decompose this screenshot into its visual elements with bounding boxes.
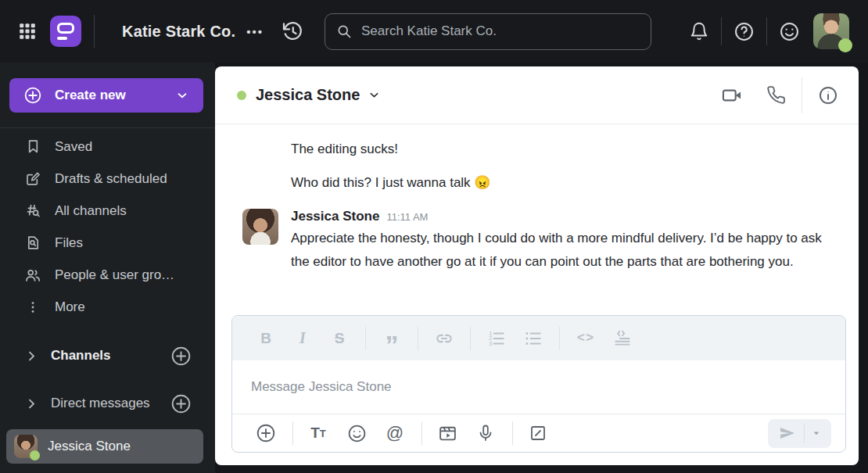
video-message-icon[interactable] xyxy=(435,421,460,446)
message-composer: B I S ” xyxy=(231,315,846,453)
bullet-list-icon[interactable] xyxy=(520,325,547,352)
sidebar-item-label: Drafts & scheduled xyxy=(55,171,167,187)
message-list: The editing sucks! Who did this? I just … xyxy=(215,124,859,315)
svg-text:3: 3 xyxy=(489,339,492,346)
message-input[interactable] xyxy=(251,379,827,395)
info-icon[interactable] xyxy=(818,85,838,106)
toolbar-divider xyxy=(292,421,293,445)
search-input[interactable] xyxy=(361,23,640,39)
chat-header: Jessica Stone xyxy=(215,66,859,124)
dm-avatar xyxy=(14,435,38,458)
app-window: Katie Stark Co. ••• xyxy=(0,0,868,473)
toolbar-divider xyxy=(512,421,513,445)
toolbar-divider xyxy=(559,327,560,350)
sidebar-item-label: More xyxy=(55,299,85,315)
sidebar-divider xyxy=(0,127,215,128)
sidebar-item-more[interactable]: More xyxy=(0,291,215,323)
chat-title[interactable]: Jessica Stone xyxy=(256,86,360,104)
online-status-dot xyxy=(237,91,246,100)
italic-icon[interactable]: I xyxy=(289,325,316,352)
message-text: Appreciate the honesty, though I could d… xyxy=(291,227,835,274)
status-emoji-icon[interactable] xyxy=(779,21,800,42)
add-channel-button[interactable] xyxy=(170,346,192,367)
topbar-divider xyxy=(94,15,95,48)
inline-code-icon[interactable]: <> xyxy=(572,325,599,352)
user-avatar[interactable] xyxy=(813,13,849,49)
create-new-label: Create new xyxy=(55,88,126,103)
chevron-down-icon xyxy=(175,88,189,102)
search-bar[interactable] xyxy=(325,13,651,50)
link-icon[interactable] xyxy=(431,325,457,352)
send-icon[interactable] xyxy=(771,419,804,448)
workspace-more-button[interactable]: ••• xyxy=(246,25,264,38)
chevron-right-icon[interactable] xyxy=(25,397,38,410)
direct-messages-section[interactable]: Direct messages xyxy=(0,386,215,421)
sidebar: Create new Saved xyxy=(0,63,215,473)
search-icon xyxy=(336,23,352,39)
sidebar-item-saved[interactable]: Saved xyxy=(0,131,215,163)
emoji-icon[interactable] xyxy=(344,421,369,446)
history-icon[interactable] xyxy=(281,20,304,43)
online-status-dot xyxy=(838,38,852,52)
shortcut-slash-icon[interactable] xyxy=(525,421,551,446)
code-block-icon[interactable] xyxy=(609,325,636,352)
message-timestamp: 11:11 AM xyxy=(386,211,428,223)
chevron-right-icon[interactable] xyxy=(25,349,38,363)
dm-item-jessica-stone[interactable]: Jessica Stone xyxy=(6,429,203,464)
sidebar-item-label: Saved xyxy=(55,139,92,155)
toolbar-divider xyxy=(418,327,418,350)
conversation-panel: Jessica Stone xyxy=(215,66,859,465)
add-dm-button[interactable] xyxy=(170,393,192,414)
message-text: Who did this? I just wanna talk 😠 xyxy=(291,175,835,191)
text-format-icon[interactable]: TT xyxy=(306,421,331,446)
header-divider xyxy=(802,77,802,113)
voice-call-icon[interactable] xyxy=(766,85,786,105)
logo-dash xyxy=(57,37,67,40)
strikethrough-icon[interactable]: S xyxy=(326,325,353,352)
ordered-list-icon[interactable]: 1 2 3 xyxy=(483,325,510,352)
sidebar-item-label: People & user gro… xyxy=(55,267,174,283)
message-avatar[interactable] xyxy=(242,209,278,245)
direct-messages-section-label: Direct messages xyxy=(51,396,150,411)
message-input-row xyxy=(232,360,845,414)
channels-section[interactable]: Channels xyxy=(0,339,215,373)
sidebar-item-all-channels[interactable]: All channels xyxy=(0,195,215,227)
sidebar-nav: Saved Drafts & scheduled xyxy=(0,131,215,323)
app-grid-icon[interactable] xyxy=(17,21,38,41)
message-text: The editing sucks! xyxy=(291,142,835,157)
chevron-down-icon[interactable] xyxy=(368,88,381,102)
video-call-icon[interactable] xyxy=(721,84,743,106)
more-vertical-icon xyxy=(23,299,42,315)
file-search-icon xyxy=(23,235,42,251)
toolbar-divider xyxy=(365,327,366,350)
notifications-bell-icon[interactable] xyxy=(689,21,709,41)
composer-action-bar: TT @ xyxy=(232,414,845,452)
online-status-dot xyxy=(30,450,40,460)
sidebar-item-drafts[interactable]: Drafts & scheduled xyxy=(0,163,215,195)
send-options-caret-icon[interactable] xyxy=(805,419,828,448)
help-icon[interactable] xyxy=(733,21,755,42)
logo-bubble xyxy=(57,23,74,34)
workspace-title: Katie Stark Co. xyxy=(122,23,235,41)
message-author[interactable]: Jessica Stone xyxy=(291,209,379,224)
sidebar-item-files[interactable]: Files xyxy=(0,227,215,259)
dm-name-label: Jessica Stone xyxy=(48,439,131,454)
mention-icon[interactable]: @ xyxy=(382,421,407,446)
draft-pencil-icon xyxy=(23,170,42,187)
create-new-button[interactable]: Create new xyxy=(9,78,203,113)
channels-section-label: Channels xyxy=(51,348,111,364)
sidebar-item-label: Files xyxy=(55,235,83,251)
bold-icon[interactable]: B xyxy=(253,325,279,352)
topbar-right-group xyxy=(689,13,849,49)
toolbar-divider xyxy=(470,327,471,350)
blockquote-icon[interactable]: ” xyxy=(378,325,405,352)
audio-message-icon[interactable] xyxy=(473,421,498,446)
plus-circle-icon xyxy=(23,86,42,105)
bookmark-icon xyxy=(23,138,42,155)
pumble-logo-icon[interactable] xyxy=(50,16,81,47)
send-button-group xyxy=(768,419,831,448)
attach-plus-icon[interactable] xyxy=(253,421,278,446)
sidebar-item-people[interactable]: People & user gro… xyxy=(0,259,215,291)
toolbar-divider xyxy=(421,421,422,445)
people-icon xyxy=(23,267,42,284)
